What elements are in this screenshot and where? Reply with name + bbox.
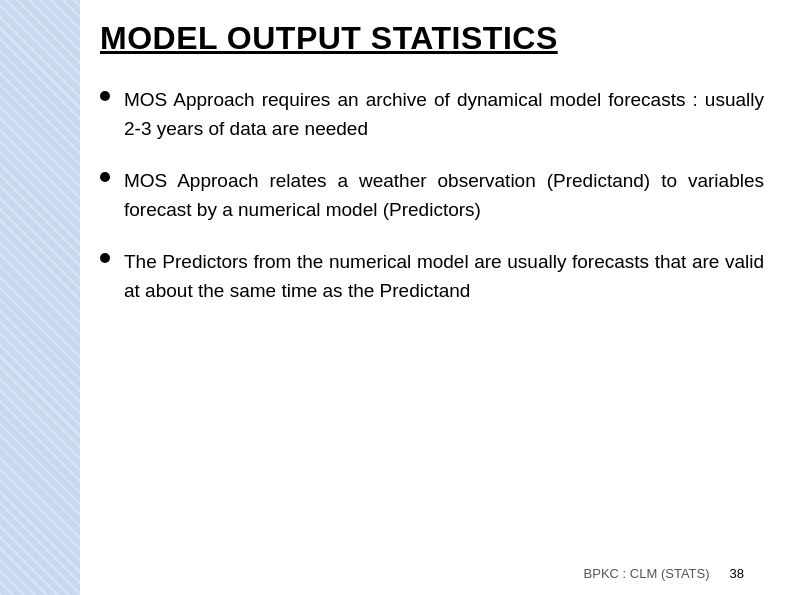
footer-page-number: 38 [730, 566, 744, 581]
main-content: MODEL OUTPUT STATISTICS MOS Approach req… [80, 0, 794, 595]
footer: BPKC : CLM (STATS) 38 [80, 566, 744, 581]
bullet-item-1: MOS Approach requires an archive of dyna… [100, 85, 764, 144]
bullet-dot-1 [100, 91, 110, 101]
background-pattern [0, 0, 80, 595]
bullet-item-2: MOS Approach relates a weather observati… [100, 166, 764, 225]
page-title: MODEL OUTPUT STATISTICS [100, 20, 764, 57]
bullet-text-2: MOS Approach relates a weather observati… [124, 166, 764, 225]
bullet-dot-3 [100, 253, 110, 263]
bullet-item-3: The Predictors from the numerical model … [100, 247, 764, 306]
bullet-text-3: The Predictors from the numerical model … [124, 247, 764, 306]
bullet-dot-2 [100, 172, 110, 182]
footer-source: BPKC : CLM (STATS) [584, 566, 710, 581]
bullet-text-1: MOS Approach requires an archive of dyna… [124, 85, 764, 144]
bullet-section: MOS Approach requires an archive of dyna… [100, 85, 764, 306]
